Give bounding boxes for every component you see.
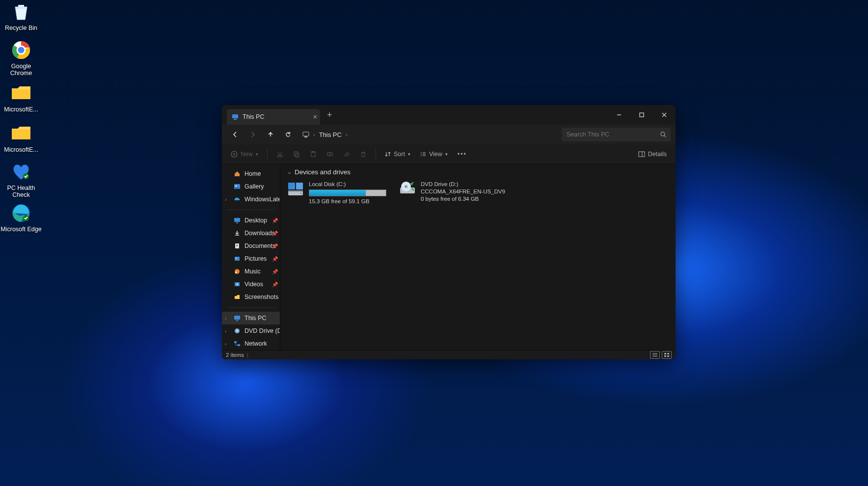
rename-button[interactable] — [323, 147, 337, 162]
sidebar-item-label: Music — [244, 268, 261, 275]
paste-button[interactable] — [306, 147, 321, 162]
sidebar-item-network[interactable]: › Network — [222, 337, 280, 350]
sidebar-item-label: Screenshots — [244, 294, 278, 300]
sidebar-item-documents[interactable]: Documents 📌 — [222, 240, 280, 252]
svg-point-51 — [235, 269, 240, 274]
sort-icon — [385, 151, 391, 157]
sidebar-item-dvd[interactable]: › DVD Drive (D:) C — [222, 324, 280, 337]
desktop-icon-label: MicrosoftE... — [0, 106, 42, 113]
sidebar-item-label: Documents — [244, 243, 275, 249]
section-header[interactable]: ⌄ Devices and drives — [287, 168, 669, 176]
svg-rect-28 — [312, 151, 314, 153]
refresh-button[interactable] — [280, 127, 297, 142]
pin-icon: 📌 — [272, 282, 278, 287]
status-bar: 2 items | — [222, 350, 676, 359]
sidebar-item-pictures[interactable]: Pictures 📌 — [222, 252, 280, 265]
view-button[interactable]: View ▾ — [416, 147, 452, 162]
tab-label: This PC — [243, 113, 264, 120]
sort-button[interactable]: Sort ▾ — [381, 147, 414, 162]
desktop-icon-recycle-bin[interactable]: Recycle Bin — [0, 1, 42, 31]
toolbar: New ▾ Sort ▾ View ▾ ••• — [222, 144, 676, 164]
sidebar-item-desktop[interactable]: Desktop 📌 — [222, 214, 280, 227]
up-button[interactable] — [262, 127, 279, 142]
view-large-icons-button[interactable] — [662, 351, 672, 359]
svg-rect-11 — [640, 113, 644, 117]
search-box[interactable] — [562, 128, 671, 141]
chevron-right-icon: › — [225, 341, 226, 347]
sidebar-divider — [227, 307, 275, 308]
content-area[interactable]: ⌄ Devices and drives Local Disk (C:) 15.… — [280, 164, 676, 351]
chevron-down-icon: ▾ — [256, 152, 258, 157]
minimize-button[interactable] — [608, 107, 630, 123]
folder-icon — [234, 294, 241, 300]
sidebar-divider — [227, 210, 275, 210]
sidebar-item-this-pc[interactable]: › This PC — [222, 312, 280, 324]
sidebar-item-label: WindowsLatest — [244, 196, 280, 203]
pin-icon: 📌 — [272, 243, 278, 249]
gallery-icon — [234, 183, 241, 190]
forward-button[interactable] — [244, 127, 261, 142]
chrome-icon — [10, 39, 32, 61]
svg-rect-49 — [235, 257, 240, 261]
home-icon — [234, 170, 241, 177]
rename-icon — [326, 151, 333, 158]
sidebar-item-music[interactable]: Music 📌 — [222, 265, 280, 278]
desktop-icon-folder-2[interactable]: MicrosoftE... — [0, 123, 42, 153]
svg-rect-60 — [296, 183, 303, 189]
desktop[interactable]: Recycle Bin Google Chrome MicrosoftE... … — [0, 0, 868, 486]
search-input[interactable] — [566, 131, 656, 138]
desktop-icon-edge[interactable]: Microsoft Edge — [0, 202, 42, 233]
drive-free-text: 15.3 GB free of 59.1 GB — [309, 198, 386, 205]
titlebar[interactable]: This PC × + — [222, 105, 676, 125]
drive-dvd-d[interactable]: DVD Drive (D:) CCCOMA_X64FRE_EN-US_DV9 0… — [399, 181, 512, 205]
details-button[interactable]: Details — [634, 147, 671, 162]
sidebar-item-home[interactable]: Home — [222, 167, 280, 180]
sidebar-item-gallery[interactable]: Gallery — [222, 180, 280, 193]
cut-button[interactable] — [272, 147, 287, 162]
sidebar-item-label: Downloads — [244, 230, 275, 237]
more-icon: ••• — [458, 151, 467, 158]
sort-label: Sort — [394, 151, 405, 158]
sidebar-item-label: Home — [244, 170, 261, 177]
svg-rect-57 — [234, 341, 237, 343]
svg-rect-58 — [238, 344, 240, 346]
sidebar-item-screenshots[interactable]: Screenshots — [222, 291, 280, 303]
sidebar-item-onedrive[interactable]: › WindowsLatest — [222, 193, 280, 206]
back-button[interactable] — [227, 127, 244, 142]
copy-icon — [293, 151, 300, 158]
delete-icon — [360, 151, 367, 158]
sidebar-item-downloads[interactable]: Downloads 📌 — [222, 227, 280, 240]
svg-rect-71 — [667, 353, 669, 354]
breadcrumb-separator: › — [312, 132, 316, 137]
desktop-icon-folder-1[interactable]: MicrosoftE... — [0, 82, 42, 113]
pin-icon: 📌 — [272, 218, 278, 223]
new-tab-button[interactable]: + — [327, 110, 332, 120]
tab-this-pc[interactable]: This PC × — [227, 109, 320, 125]
pc-icon — [299, 127, 312, 142]
chevron-right-icon: › — [225, 316, 226, 321]
svg-rect-73 — [667, 355, 669, 357]
sidebar-item-videos[interactable]: Videos 📌 — [222, 278, 280, 291]
pictures-icon — [234, 255, 241, 262]
desktop-icon-pc-health[interactable]: PC Health Check — [0, 161, 42, 198]
drive-local-disk-c[interactable]: Local Disk (C:) 15.3 GB free of 59.1 GB — [287, 181, 385, 205]
maximize-button[interactable] — [630, 107, 653, 123]
onedrive-icon — [234, 196, 241, 203]
view-details-button[interactable] — [650, 351, 660, 359]
desktop-icon-label: MicrosoftE... — [0, 146, 42, 153]
share-button[interactable] — [339, 147, 354, 162]
breadcrumb-this-pc[interactable]: This PC — [316, 131, 345, 138]
desktop-icon-chrome[interactable]: Google Chrome — [0, 39, 42, 77]
drive-name: DVD Drive (D:) — [421, 181, 505, 188]
delete-button[interactable] — [356, 147, 371, 162]
svg-rect-9 — [234, 119, 237, 120]
hdd-icon — [287, 181, 304, 197]
new-button[interactable]: New ▾ — [227, 147, 262, 162]
heart-icon — [10, 161, 32, 183]
tab-close-button[interactable]: × — [313, 113, 317, 121]
address-bar[interactable]: › This PC › — [299, 127, 561, 142]
close-button[interactable] — [653, 107, 676, 123]
copy-button[interactable] — [289, 147, 304, 162]
breadcrumb-separator[interactable]: › — [345, 132, 349, 137]
more-button[interactable]: ••• — [454, 147, 471, 162]
